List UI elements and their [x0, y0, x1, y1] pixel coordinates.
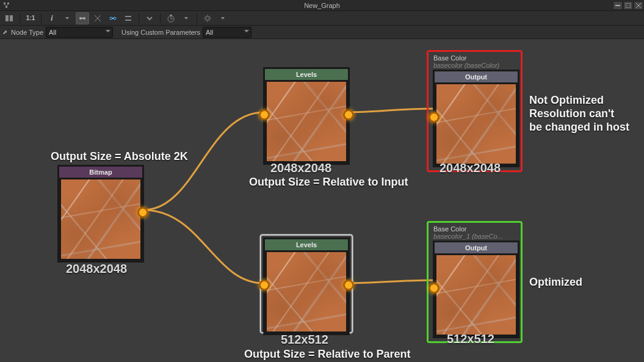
custom-params-label: Using Custom Parameters [121, 29, 200, 36]
output-group-2[interactable]: Base Color basecolor_1 (baseCo... Output [427, 221, 523, 343]
popout-icon[interactable]: ⬈ [2, 29, 7, 35]
nodetype-select[interactable]: All [46, 27, 113, 38]
nodetype-label: Node Type [11, 29, 43, 36]
annotation-levels1: Output Size = Relative to Input [249, 176, 408, 189]
custom-params-select[interactable]: All [203, 27, 251, 38]
svg-rect-14 [125, 20, 131, 21]
toolbar-snap-icon[interactable] [91, 12, 104, 24]
svg-rect-1 [7, 2, 9, 4]
toolbar-node-icon[interactable] [76, 12, 89, 24]
node-levels-2-input-port[interactable] [259, 280, 270, 291]
node-output-2-thumb [436, 255, 516, 335]
annotation-right-1a: Not Optimized [529, 94, 604, 107]
toolbar-link-icon[interactable] [106, 12, 120, 24]
svg-rect-9 [81, 18, 84, 19]
toolbar-dropdown1-icon[interactable] [60, 12, 74, 24]
node-bitmap-dimensions: 2048x2048 [66, 262, 127, 276]
annotation-levels2: Output Size = Relative to Parent [244, 348, 411, 361]
node-levels-1-output-port[interactable] [343, 109, 354, 120]
svg-rect-5 [5, 15, 9, 21]
node-bitmap-output-port[interactable] [137, 207, 148, 218]
node-bitmap[interactable]: Bitmap [58, 165, 143, 262]
svg-rect-12 [112, 18, 114, 19]
graph-icon [2, 1, 11, 10]
toolbar-split-icon[interactable] [2, 12, 16, 24]
svg-point-17 [206, 16, 209, 20]
toolbar-expand-icon[interactable] [143, 12, 156, 24]
toolbar-fit-icon[interactable]: 1:1 [24, 12, 37, 24]
node-output-1-title: Output [435, 71, 518, 82]
node-bitmap-title: Bitmap [59, 167, 142, 178]
toolbar-timer-icon[interactable] [164, 12, 178, 24]
output-group-1[interactable]: Base Color basecolor (baseColor) Output [427, 50, 523, 172]
node-output-1-thumb [436, 84, 516, 164]
node-bitmap-thumb [61, 179, 140, 259]
output-group-1-sub: basecolor (baseColor) [433, 62, 518, 69]
annotation-right-2: Optimized [529, 276, 582, 289]
output-group-2-title: Base Color [433, 225, 518, 233]
svg-rect-6 [10, 15, 13, 21]
node-levels-2-thumb [267, 252, 346, 331]
node-output-2-title: Output [435, 242, 518, 253]
window-titlebar: New_Graph [0, 0, 644, 11]
annotation-right-1c: be changed in host [529, 121, 629, 134]
node-levels-1[interactable]: Levels [264, 68, 349, 164]
node-output-2-dimensions: 512x512 [447, 332, 494, 346]
window-button-1[interactable] [613, 1, 623, 10]
svg-rect-2 [5, 6, 7, 8]
svg-rect-16 [170, 15, 172, 16]
toolbar: 1:1 i [0, 11, 644, 26]
toolbar-settings-icon[interactable] [201, 12, 214, 24]
graph-canvas[interactable]: Bitmap 2048x2048 Output Size = Absolute … [0, 39, 644, 362]
toolbar-dropdown2-icon[interactable] [179, 12, 193, 24]
toolbar-dropdown3-icon[interactable] [216, 12, 230, 24]
toolbar-info-icon[interactable]: i [45, 12, 59, 24]
node-levels-2[interactable]: Levels [264, 238, 349, 335]
node-output-1[interactable]: Output [433, 70, 519, 167]
svg-rect-13 [125, 16, 131, 17]
annotation-right-1b: Resolution can't [529, 107, 614, 120]
node-levels-1-input-port[interactable] [259, 109, 270, 120]
window-title: New_Graph [304, 2, 340, 9]
node-levels-1-title: Levels [265, 69, 348, 80]
node-levels-2-title: Levels [265, 239, 348, 250]
node-output-1-input-port[interactable] [429, 112, 440, 123]
window-button-3[interactable] [634, 1, 643, 10]
node-levels-1-dimensions: 2048x2048 [270, 161, 331, 175]
node-output-1-dimensions: 2048x2048 [440, 161, 501, 175]
node-levels-2-output-port[interactable] [343, 280, 354, 291]
svg-rect-3 [615, 5, 620, 6]
output-group-2-sub: basecolor_1 (baseCo... [433, 233, 518, 240]
svg-rect-4 [626, 3, 631, 8]
toolbar-align-icon[interactable] [121, 12, 135, 24]
annotation-bitmap: Output Size = Absolute 2K [51, 150, 188, 163]
output-group-1-title: Base Color [433, 54, 518, 62]
filterbar: ⬈ Node Type All Using Custom Parameters … [0, 26, 644, 39]
node-levels-2-dimensions: 512x512 [281, 333, 328, 347]
node-levels-1-thumb [267, 82, 346, 161]
node-output-2-input-port[interactable] [429, 283, 440, 294]
svg-rect-0 [4, 2, 5, 4]
node-output-2[interactable]: Output [433, 241, 519, 338]
window-button-2[interactable] [623, 1, 633, 10]
